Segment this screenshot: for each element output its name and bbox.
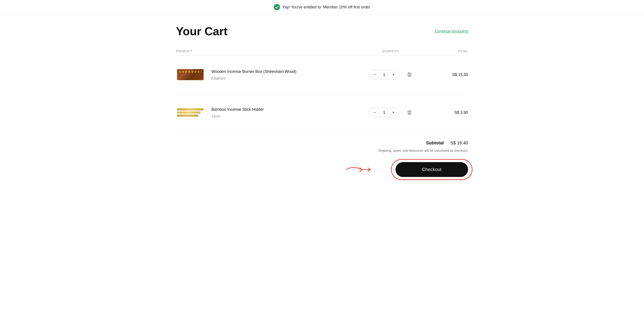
delete-item-button[interactable] xyxy=(406,109,413,116)
quantity-increase-button[interactable]: + xyxy=(391,72,396,77)
cart-table-header: PRODUCT QUANTITY TOTAL xyxy=(176,47,468,56)
col-quantity-header: QUANTITY xyxy=(358,49,424,53)
product-variant: Elephant xyxy=(211,76,296,80)
trash-icon xyxy=(407,72,412,77)
checkout-area: Checkout xyxy=(396,162,468,177)
subtotal-label: Subtotal xyxy=(426,140,444,146)
shipping-note: Shipping, taxes, and discounts will be c… xyxy=(378,149,468,152)
checkout-button[interactable]: Checkout xyxy=(396,162,468,177)
continue-shopping-link[interactable]: Continue shopping xyxy=(435,29,468,34)
qty-wrapper: − 1 + xyxy=(368,108,400,117)
bamboo-stick xyxy=(177,115,198,117)
qty-wrapper: − 1 + xyxy=(368,70,400,79)
col-total-header: TOTAL xyxy=(424,49,468,53)
promo-banner: Yay! You've entitled to: Member 10% off … xyxy=(0,0,644,14)
product-image xyxy=(176,103,205,123)
cart-item: Bamboo Incense Stick Holder 15cm − 1 + S… xyxy=(176,94,468,132)
product-details: Wooden Incense Burner Box (Sheesham Wood… xyxy=(211,69,296,80)
cart-item: Wooden Incense Burner Box (Sheesham Wood… xyxy=(176,56,468,94)
subtotal-row: Subtotal S$ 19.40 xyxy=(426,140,468,146)
trash-icon xyxy=(407,110,412,115)
product-name: Wooden Incense Burner Box (Sheesham Wood… xyxy=(211,69,296,74)
arrow-indicator xyxy=(344,163,371,176)
product-info: Bamboo Incense Stick Holder 15cm xyxy=(176,103,358,123)
quantity-value: 1 xyxy=(382,110,386,115)
bamboo-stick xyxy=(177,111,200,114)
quantity-increase-button[interactable]: + xyxy=(391,110,396,115)
bamboo-stick xyxy=(177,108,204,111)
product-image xyxy=(176,65,205,85)
product-name: Bamboo Incense Stick Holder xyxy=(211,107,264,112)
page-container: Your Cart Continue shopping PRODUCT QUAN… xyxy=(145,14,499,195)
arrow-icon xyxy=(344,163,371,176)
product-details: Bamboo Incense Stick Holder 15cm xyxy=(211,107,264,118)
item-total: S$ 15.50 xyxy=(424,72,468,77)
quantity-decrease-button[interactable]: − xyxy=(372,72,378,77)
promo-text: Yay! You've entitled to: Member 10% off … xyxy=(282,5,370,10)
item-total: S$ 3.90 xyxy=(424,110,468,115)
product-variant: 15cm xyxy=(211,114,264,118)
bamboo-holder-image xyxy=(177,105,204,120)
svg-point-0 xyxy=(274,4,280,10)
page-title: Your Cart xyxy=(176,25,228,38)
cart-summary: Subtotal S$ 19.40 Shipping, taxes, and d… xyxy=(176,132,468,177)
product-info: Wooden Incense Burner Box (Sheesham Wood… xyxy=(176,65,358,85)
checkmark-icon xyxy=(274,4,280,10)
wooden-box-image xyxy=(177,69,204,80)
quantity-value: 1 xyxy=(382,72,386,77)
quantity-control: − 1 + xyxy=(358,108,424,117)
quantity-control: − 1 + xyxy=(358,70,424,79)
delete-item-button[interactable] xyxy=(406,71,413,78)
checkout-button-wrapper: Checkout xyxy=(396,162,468,177)
quantity-decrease-button[interactable]: − xyxy=(372,110,378,115)
col-product-header: PRODUCT xyxy=(176,49,358,53)
cart-header: Your Cart Continue shopping xyxy=(176,25,468,38)
subtotal-value: S$ 19.40 xyxy=(450,140,468,146)
